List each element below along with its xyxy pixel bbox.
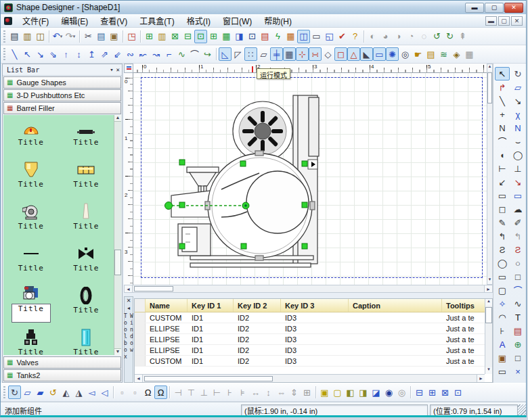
cloud-callout-tool[interactable]: ☁: [510, 202, 525, 216]
connector-line-tool[interactable]: ╲: [8, 47, 21, 61]
menu-item-0[interactable]: 文件(F): [16, 14, 55, 28]
pencil-tool[interactable]: ✎: [495, 216, 510, 229]
connector-arrow-start-tool[interactable]: ↖: [21, 47, 34, 61]
hyperlink-globe-tool[interactable]: ⊕: [510, 337, 525, 351]
text-anchor-tool[interactable]: ⊦: [495, 324, 510, 337]
table-row[interactable]: ELLIPSEID1ID2ID3Just a te: [135, 323, 492, 334]
bring-to-front-button[interactable]: ▣: [318, 386, 331, 399]
print-button[interactable]: ▭: [310, 30, 323, 43]
rotate-90-left-button[interactable]: ◭: [60, 386, 72, 399]
undo-button-dropdown[interactable]: ▼: [59, 34, 63, 39]
send-backward-button[interactable]: ◨: [357, 386, 370, 399]
wave-tool[interactable]: ∿: [510, 297, 525, 310]
scroll-up-arrow[interactable]: ▲: [114, 115, 121, 122]
mdi-close-button[interactable]: ✕: [511, 16, 523, 26]
free-rotate-button[interactable]: ↻: [8, 386, 21, 399]
reshape-region-button[interactable]: ▫: [129, 386, 141, 399]
cell[interactable]: [349, 334, 442, 344]
import-shape-button[interactable]: ◳: [125, 30, 138, 43]
selection-region-button[interactable]: ◻: [334, 47, 347, 61]
connector-arrow-end-tool[interactable]: ↘: [34, 47, 47, 61]
subtract-button[interactable]: ◑: [392, 30, 405, 43]
copy-button[interactable]: ▤: [95, 30, 108, 43]
row-selector[interactable]: [135, 345, 146, 355]
line-tool[interactable]: ╲: [495, 94, 510, 108]
union-button[interactable]: ◐: [366, 30, 379, 43]
menu-item-2[interactable]: 查看(V): [94, 14, 133, 28]
scroll-down-arrow[interactable]: ▼: [487, 277, 492, 284]
scroll-right-arrow[interactable]: ►: [484, 285, 492, 292]
dimension-h-tool[interactable]: ⊢: [495, 162, 510, 175]
exclude-button[interactable]: ◌: [418, 30, 431, 43]
mdi-restore-button[interactable]: ▢: [498, 16, 510, 26]
cell[interactable]: ID2: [234, 312, 281, 323]
arrow-right-tool[interactable]: ↘: [510, 175, 525, 189]
cell[interactable]: ID2: [234, 334, 281, 344]
connector-vertical-tool[interactable]: ↑: [60, 47, 72, 61]
send-to-back-button[interactable]: ▢: [331, 386, 344, 399]
cell[interactable]: CUSTOM: [146, 356, 188, 366]
cell[interactable]: ID1: [188, 334, 234, 344]
white-frame-tool[interactable]: ▭: [495, 365, 510, 378]
menu-item-3[interactable]: 工具盒(T): [133, 14, 180, 28]
connector-curve-start-tool[interactable]: ↜: [137, 47, 150, 61]
open-component-button[interactable]: ▥: [156, 30, 169, 43]
pan-tool-button[interactable]: ☛: [412, 47, 424, 61]
align-top-button[interactable]: ⊤: [185, 386, 198, 399]
toolbox-collapse-button[interactable]: ◂: [127, 304, 130, 312]
normal-view-button[interactable]: ⊡: [194, 30, 207, 43]
scroll-thumb[interactable]: [485, 307, 492, 323]
spell-check-button[interactable]: ✔: [336, 30, 349, 43]
align-right-button[interactable]: ⊢: [211, 386, 223, 399]
scroll-left-arrow[interactable]: ◄: [135, 375, 143, 382]
closed-blob-tool[interactable]: ◠: [495, 310, 510, 324]
section-button-barrel-filler[interactable]: ▦Barrel Filler: [3, 102, 121, 114]
shape-list-scrollbar[interactable]: ▲ ▼: [114, 115, 121, 355]
polygon-edit-button[interactable]: ▱: [257, 47, 270, 61]
help-button[interactable]: ?: [349, 30, 361, 43]
flip-vertical-button[interactable]: ◁: [98, 386, 111, 399]
arc-point-tool[interactable]: ⌒: [510, 283, 525, 297]
section-button-gauge-shapes[interactable]: ▦Gauge Shapes: [3, 76, 121, 89]
curve-cross-tool[interactable]: χ: [510, 108, 525, 121]
window-copy-button[interactable]: ◫: [297, 30, 310, 43]
cell[interactable]: [349, 345, 442, 355]
cell[interactable]: ID1: [188, 345, 234, 355]
shape-item-tank[interactable]: Title: [59, 147, 114, 189]
close-button[interactable]: ✕: [504, 3, 523, 13]
fit-page-button[interactable]: ⊞: [301, 386, 313, 399]
shape-item-pump[interactable]: Title: [3, 315, 59, 355]
text-block-tool[interactable]: ▤: [510, 324, 525, 337]
image-tool[interactable]: ▣: [495, 351, 510, 365]
connector-vertical-both-tool[interactable]: ↕: [72, 47, 85, 61]
blower-pump-drawing[interactable]: [133, 73, 487, 285]
cell[interactable]: [349, 312, 442, 323]
list-bar-collapse-button[interactable]: ▾: [110, 66, 113, 73]
component-properties-button[interactable]: ◨: [233, 30, 246, 43]
unlock-button[interactable]: Ω: [154, 386, 167, 399]
center-horizontal-button[interactable]: ⇔: [275, 386, 288, 399]
shape-item-cone[interactable]: Title: [59, 189, 114, 231]
page-grid-button[interactable]: ▦: [283, 47, 296, 61]
cell[interactable]: ID3: [281, 345, 349, 355]
bring-forward-button[interactable]: ◧: [344, 386, 357, 399]
scroll-thumb[interactable]: [114, 250, 121, 275]
show-grid-button[interactable]: ∷: [244, 47, 257, 61]
design-canvas[interactable]: [133, 73, 487, 285]
align-center-button[interactable]: ⊦: [223, 386, 236, 399]
test-monitor-button[interactable]: ⊡: [246, 30, 259, 43]
paste-button[interactable]: ▣: [108, 30, 120, 43]
new-component-list-button[interactable]: ▤: [8, 30, 21, 43]
scroll-down-arrow[interactable]: ▼: [114, 348, 121, 355]
center-vertical-button[interactable]: ⇕: [288, 386, 301, 399]
row-selector[interactable]: [135, 334, 146, 344]
connector-arrow-both-tool[interactable]: ⇘: [47, 47, 60, 61]
rectangle-outline-tool[interactable]: □: [510, 270, 525, 283]
cell[interactable]: ID2: [234, 356, 281, 366]
callout-round-tool[interactable]: ◻: [495, 202, 510, 216]
line-arrow-tool[interactable]: ↘: [510, 94, 525, 108]
pattern-fill-button[interactable]: ▦: [463, 47, 476, 61]
group-button[interactable]: ◉: [382, 386, 395, 399]
font-tool[interactable]: A: [495, 337, 510, 351]
rectangle-tool[interactable]: ▭: [495, 270, 510, 283]
